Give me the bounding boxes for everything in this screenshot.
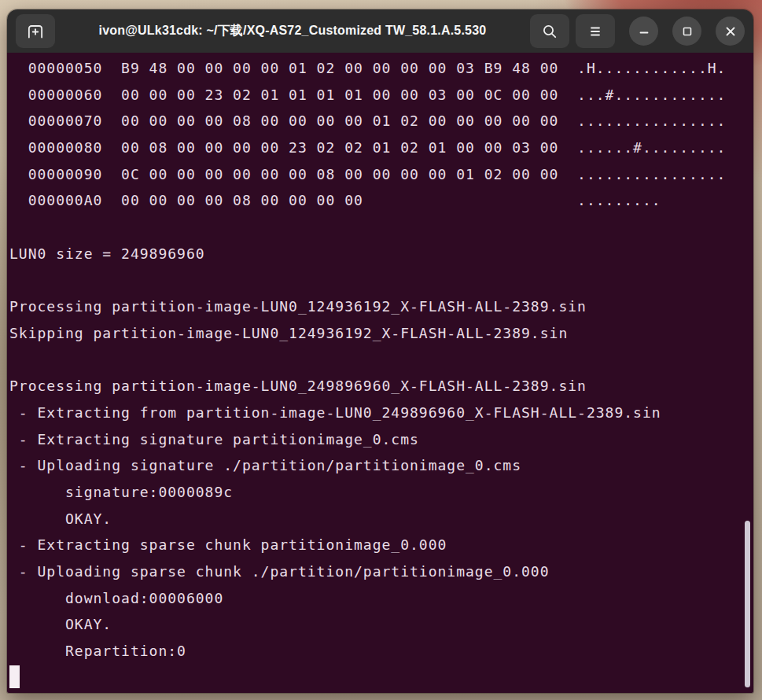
scrollbar-thumb[interactable] — [745, 521, 750, 687]
close-icon — [723, 24, 738, 39]
scrollbar[interactable] — [743, 53, 753, 693]
terminal-line: OKAY. — [9, 506, 753, 532]
desktop-wallpaper: { "titlebar": { "title": "ivon@ULk31cdk:… — [0, 0, 762, 700]
terminal-line: 000000A0 00 00 00 00 08 00 00 00 00 ....… — [9, 187, 753, 214]
terminal-line: - Uploading signature ./partition/partit… — [9, 452, 753, 479]
window-title: ivon@ULk31cdk: ~/下载/XQ-AS72_Customized T… — [61, 23, 524, 39]
terminal-line: OKAY. — [9, 611, 753, 638]
terminal-line: 00000070 00 00 00 00 08 00 00 00 00 01 0… — [9, 108, 753, 134]
terminal-line: signature:0000089c — [9, 479, 753, 506]
terminal-line: download:00006000 — [9, 585, 753, 612]
terminal-cursor — [9, 665, 20, 688]
terminal-line: - Extracting sparse chunk partitionimage… — [9, 532, 753, 558]
tab-new-icon — [25, 21, 46, 42]
terminal-output[interactable]: 00000050 B9 48 00 00 00 00 01 02 00 00 0… — [7, 53, 753, 693]
minimize-button[interactable] — [629, 17, 658, 46]
terminal-line: LUN0 size = 249896960 — [9, 241, 753, 267]
terminal-line — [9, 665, 753, 691]
terminal-line — [9, 267, 753, 294]
terminal-line: Repartition:0 — [9, 638, 753, 665]
terminal-window: ivon@ULk31cdk: ~/下载/XQ-AS72_Customized T… — [7, 9, 753, 693]
maximize-icon — [679, 24, 695, 39]
terminal-line: 00000050 B9 48 00 00 00 00 01 02 00 00 0… — [9, 55, 753, 82]
terminal-line: 00000080 00 08 00 00 00 00 23 02 02 01 0… — [9, 134, 753, 161]
search-button[interactable] — [530, 14, 569, 48]
terminal-line: - Extracting from partition-image-LUN0_2… — [9, 400, 753, 426]
maximize-button[interactable] — [672, 17, 701, 46]
terminal-line: - Extracting signature partitionimage_0.… — [9, 426, 753, 453]
terminal-line: 00000060 00 00 00 23 02 01 01 01 01 00 0… — [9, 82, 753, 109]
terminal-line — [9, 347, 753, 374]
terminal-line: 00000090 0C 00 00 00 00 00 00 08 00 00 0… — [9, 161, 753, 188]
titlebar[interactable]: ivon@ULk31cdk: ~/下载/XQ-AS72_Customized T… — [7, 9, 753, 53]
menu-icon — [586, 22, 605, 41]
menu-button[interactable] — [576, 14, 615, 48]
search-icon — [540, 22, 559, 41]
terminal-line: Processing partition-image-LUN0_24989696… — [9, 373, 753, 400]
terminal-line: Skipping partition-image-LUN0_124936192_… — [9, 320, 753, 347]
minimize-icon — [636, 24, 652, 39]
close-button[interactable] — [716, 17, 745, 46]
terminal-line — [9, 214, 753, 241]
new-tab-button[interactable] — [16, 14, 55, 48]
terminal-line: - Uploading sparse chunk ./partition/par… — [9, 558, 753, 585]
terminal-line: Processing partition-image-LUN0_12493619… — [9, 293, 753, 320]
